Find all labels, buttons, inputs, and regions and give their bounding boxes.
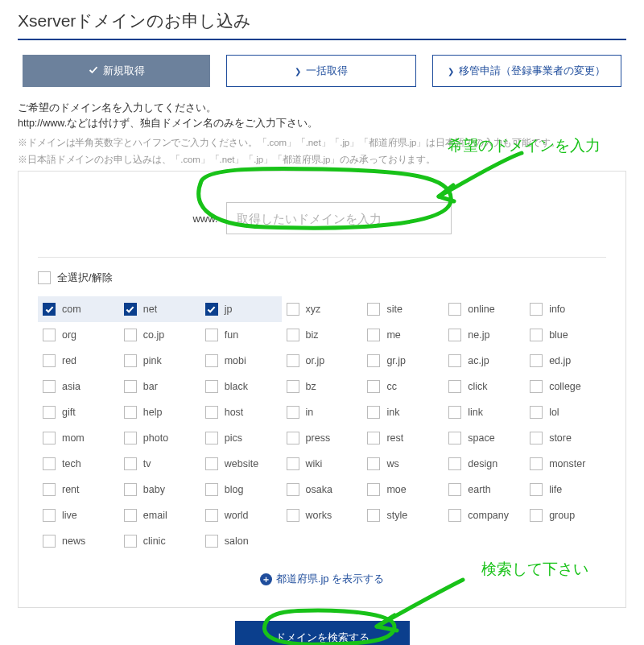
- tld-option-moe[interactable]: moe: [362, 477, 444, 502]
- tld-option-jp[interactable]: jp: [200, 296, 282, 322]
- tld-option-link[interactable]: link: [444, 399, 525, 425]
- tld-option-blue[interactable]: blue: [525, 322, 606, 348]
- tld-option-earth[interactable]: earth: [444, 477, 525, 502]
- tld-checkbox[interactable]: [287, 432, 299, 444]
- tld-checkbox[interactable]: [43, 432, 56, 444]
- tld-checkbox[interactable]: [448, 406, 461, 419]
- tld-option-rent[interactable]: rent: [38, 477, 119, 502]
- tld-option-live[interactable]: live: [38, 502, 119, 528]
- tld-checkbox[interactable]: [205, 380, 218, 393]
- tld-checkbox[interactable]: [287, 483, 299, 496]
- tld-checkbox[interactable]: [43, 509, 56, 522]
- tld-option-click[interactable]: click: [444, 374, 525, 399]
- tab-transfer[interactable]: ❯ 移管申請（登録事業者の変更）: [432, 55, 621, 87]
- tld-checkbox[interactable]: [205, 303, 218, 316]
- tld-option-tech[interactable]: tech: [38, 451, 119, 477]
- tld-option-mobi[interactable]: mobi: [200, 348, 282, 374]
- tld-option-red[interactable]: red: [38, 348, 119, 374]
- tld-option-life[interactable]: life: [525, 477, 606, 502]
- tld-option-org[interactable]: org: [38, 322, 119, 348]
- tld-checkbox[interactable]: [205, 354, 218, 367]
- tld-checkbox[interactable]: [287, 380, 299, 393]
- tab-new[interactable]: 新規取得: [23, 55, 210, 87]
- tld-checkbox[interactable]: [530, 354, 543, 367]
- tld-checkbox[interactable]: [287, 303, 299, 316]
- tld-checkbox[interactable]: [205, 483, 218, 496]
- tld-option-bar[interactable]: bar: [119, 374, 200, 399]
- tld-checkbox[interactable]: [367, 380, 380, 393]
- tld-option-info[interactable]: info: [525, 296, 606, 322]
- tld-checkbox[interactable]: [448, 354, 461, 367]
- tld-option-xyz[interactable]: xyz: [282, 296, 363, 322]
- tld-checkbox[interactable]: [43, 329, 56, 341]
- tld-checkbox[interactable]: [43, 483, 56, 496]
- tld-option-biz[interactable]: biz: [282, 322, 363, 348]
- tld-checkbox[interactable]: [124, 406, 137, 419]
- tld-checkbox[interactable]: [43, 303, 56, 316]
- tld-option-ink[interactable]: ink: [362, 399, 444, 425]
- tld-checkbox[interactable]: [530, 329, 543, 341]
- tld-option-news[interactable]: news: [38, 528, 119, 554]
- tld-checkbox[interactable]: [124, 483, 137, 496]
- tld-checkbox[interactable]: [205, 329, 218, 341]
- tld-checkbox[interactable]: [530, 432, 543, 444]
- tld-option-salon[interactable]: salon: [200, 528, 282, 554]
- tld-option-company[interactable]: company: [444, 502, 525, 528]
- tld-checkbox[interactable]: [448, 509, 461, 522]
- tld-checkbox[interactable]: [205, 406, 218, 419]
- tld-option-online[interactable]: online: [444, 296, 525, 322]
- tld-option-or-jp[interactable]: or.jp: [282, 348, 363, 374]
- tld-checkbox[interactable]: [124, 535, 137, 548]
- tld-checkbox[interactable]: [43, 354, 56, 367]
- tld-checkbox[interactable]: [448, 432, 461, 444]
- tld-option-gr-jp[interactable]: gr.jp: [362, 348, 444, 374]
- tld-option-lol[interactable]: lol: [525, 399, 606, 425]
- tld-option-style[interactable]: style: [362, 502, 444, 528]
- tld-checkbox[interactable]: [448, 380, 461, 393]
- tld-checkbox[interactable]: [124, 380, 137, 393]
- show-prefecture-link[interactable]: ＋都道府県.jp を表示する: [38, 554, 606, 589]
- tld-checkbox[interactable]: [205, 457, 218, 470]
- tld-checkbox[interactable]: [287, 329, 299, 341]
- tld-option-space[interactable]: space: [444, 425, 525, 451]
- tld-checkbox[interactable]: [124, 457, 137, 470]
- tld-checkbox[interactable]: [367, 509, 380, 522]
- tld-checkbox[interactable]: [367, 329, 380, 341]
- tld-checkbox[interactable]: [124, 354, 137, 367]
- tld-option-ac-jp[interactable]: ac.jp: [444, 348, 525, 374]
- tld-option-me[interactable]: me: [362, 322, 444, 348]
- tld-checkbox[interactable]: [530, 457, 543, 470]
- tld-option-host[interactable]: host: [200, 399, 282, 425]
- tld-checkbox[interactable]: [287, 509, 299, 522]
- tld-checkbox[interactable]: [43, 406, 56, 419]
- tld-option-email[interactable]: email: [119, 502, 200, 528]
- tld-option-ne-jp[interactable]: ne.jp: [444, 322, 525, 348]
- tld-option-ed-jp[interactable]: ed.jp: [525, 348, 606, 374]
- tld-option-website[interactable]: website: [200, 451, 282, 477]
- tld-option-works[interactable]: works: [282, 502, 363, 528]
- tld-checkbox[interactable]: [124, 432, 137, 444]
- tld-option-in[interactable]: in: [282, 399, 363, 425]
- tld-checkbox[interactable]: [43, 535, 56, 548]
- tld-option-monster[interactable]: monster: [525, 451, 606, 477]
- tld-checkbox[interactable]: [448, 483, 461, 496]
- tld-checkbox[interactable]: [448, 329, 461, 341]
- search-button[interactable]: ドメインを検索する: [235, 621, 410, 645]
- tld-option-clinic[interactable]: clinic: [119, 528, 200, 554]
- tld-option-com[interactable]: com: [38, 296, 119, 322]
- tld-checkbox[interactable]: [367, 406, 380, 419]
- tld-option-baby[interactable]: baby: [119, 477, 200, 502]
- tld-option-gift[interactable]: gift: [38, 399, 119, 425]
- tld-option-fun[interactable]: fun: [200, 322, 282, 348]
- tld-option-pink[interactable]: pink: [119, 348, 200, 374]
- tld-option-rest[interactable]: rest: [362, 425, 444, 451]
- tld-option-photo[interactable]: photo: [119, 425, 200, 451]
- tld-checkbox[interactable]: [367, 303, 380, 316]
- select-all-row[interactable]: 全選択/解除: [38, 271, 606, 285]
- tld-checkbox[interactable]: [530, 380, 543, 393]
- tld-checkbox[interactable]: [530, 303, 543, 316]
- tld-option-press[interactable]: press: [282, 425, 363, 451]
- tab-bulk[interactable]: ❯ 一括取得: [226, 55, 415, 87]
- tld-checkbox[interactable]: [205, 535, 218, 548]
- tld-checkbox[interactable]: [124, 509, 137, 522]
